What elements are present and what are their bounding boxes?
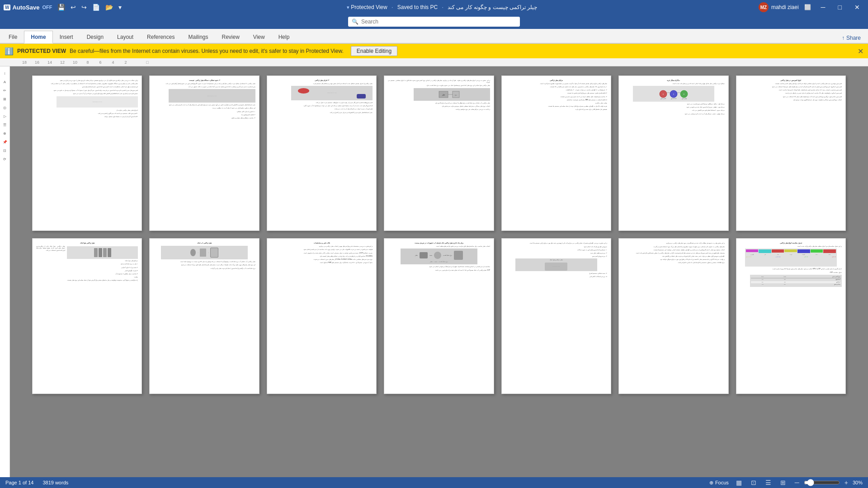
app-logo: W AutoSave OFF: [4, 4, 52, 11]
page-thumbnail-10[interactable]: نکات فنی و مشخصات در این بخش به بررسی مش…: [267, 238, 377, 394]
protected-message: Be careful—files from the Internet can c…: [70, 48, 344, 54]
save-button[interactable]: 💾: [56, 3, 67, 12]
page-content-4: در این بخش به بررسی انواع چیلرهای تراکمی…: [388, 80, 490, 227]
svg-text:کمپرسور: کمپرسور: [660, 98, 666, 99]
document-title: چیلر تراکمی چیست و چگونه کار می کند · Pr…: [345, 4, 538, 10]
user-info: MZ mahdi ziaei: [759, 2, 799, 12]
focus-view-button[interactable]: ⊞: [778, 478, 788, 487]
toolbar-item[interactable]: ⊡: [2, 147, 8, 154]
toolbar-item[interactable]: ✏: [2, 87, 8, 94]
main-area: ↕ A ✏ ⊞ ◎ ▷ ☰ ⊕ 📌 ⊡ ⟳ در این مقاله به بر…: [0, 66, 868, 477]
minimize-button[interactable]: ─: [816, 2, 830, 13]
diagram-svg: چیلر برج: [438, 89, 465, 99]
page-content-7: انواع کمپرسور در چیلر تراکمی کمپرسور مهم…: [740, 80, 842, 227]
tab-references[interactable]: References: [140, 31, 181, 43]
toolbar-item[interactable]: ⊕: [2, 130, 8, 137]
tab-review[interactable]: Review: [215, 31, 246, 43]
protected-label: PROTECTED VIEW: [17, 48, 66, 54]
page-thumbnail-8[interactable]: چیلر تراکمی هوا خنک چیلر تراکمی هوا خنک …: [32, 238, 142, 394]
tab-help[interactable]: Help: [272, 31, 297, 43]
toolbar-item[interactable]: ⟳: [2, 156, 8, 163]
ruler-mark: 18: [18, 60, 31, 65]
tab-layout[interactable]: Layout: [110, 31, 140, 43]
page-thumbnail-1[interactable]: در این مقاله به بررسی چیلر تراکمی و نحوه…: [32, 75, 142, 231]
page-thumbnail-12[interactable]: در این بخش به بررسی نگهداری و تعمیرات چی…: [501, 238, 611, 394]
title-bar-right: MZ mahdi ziaei ⬜ ─ □ ✕: [759, 2, 864, 13]
ribbon-display-button[interactable]: ⬜: [802, 3, 813, 11]
share-button[interactable]: ↑ Share: [838, 33, 864, 43]
share-label: Share: [846, 35, 861, 41]
toolbar-item[interactable]: ◎: [2, 104, 8, 111]
toolbar-item[interactable]: ⊞: [2, 96, 8, 103]
title-bar: W AutoSave OFF 💾 ↩ ↪ 📄 📂 ▾ چیلر تراکمی چ…: [0, 0, 868, 14]
toolbar-item[interactable]: 📌: [1, 139, 9, 145]
search-container: 🔍: [348, 17, 520, 27]
page-thumbnail-2[interactable]: ۲. نحوه عملکرد دستگاه چیلر تراکمی · چیست…: [149, 75, 259, 231]
page-content-5: مزایای چیلر تراکمی چیلرهای تراکمی دارای …: [505, 80, 607, 227]
ruler-mark: 14: [43, 60, 56, 65]
page-thumbnail-14[interactable]: جدول مقایسه انواع چیلر تراکمی در این جدو…: [736, 238, 846, 394]
page-content-11: برای یک اداری چیلر تراکمی آبک باید پایه …: [388, 242, 490, 389]
svg-text:K: K: [663, 94, 664, 95]
maximize-button[interactable]: □: [834, 2, 846, 13]
word-count: 3819 words: [42, 480, 68, 485]
search-input[interactable]: [361, 19, 516, 25]
tab-mailings[interactable]: Mailings: [181, 31, 215, 43]
document-area[interactable]: در این مقاله به بررسی چیلر تراکمی و نحوه…: [10, 66, 868, 477]
zoom-out-button[interactable]: ─: [793, 478, 801, 487]
watermark: www.makh-co.com: [327, 92, 337, 94]
user-avatar: MZ: [759, 2, 769, 12]
page-content-14: جدول مقایسه انواع چیلر تراکمی در این جدو…: [740, 242, 842, 389]
status-bar: Page 1 of 14 3819 words ⊕ Focus ▦ ⊡ ☰ ⊞ …: [0, 477, 868, 488]
zoom-slider[interactable]: [804, 479, 840, 486]
new-document-button[interactable]: 📄: [90, 3, 102, 12]
page-content-3: ۳. اجزای چیلر تراکمی چیلر تراکمی از اجزا…: [271, 80, 373, 227]
ruler-mark: 8: [81, 60, 94, 65]
close-button[interactable]: ✕: [850, 2, 864, 13]
toolbar-item[interactable]: A: [2, 79, 7, 85]
ruler-mark: 4: [107, 60, 119, 65]
tab-view[interactable]: View: [246, 31, 272, 43]
page-content-2: ۲. نحوه عملکرد دستگاه چیلر تراکمی · چیست…: [153, 80, 255, 227]
page-thumbnail-13[interactable]: در این بخش نهایی به جمع بندی مطالب ارائه…: [618, 238, 728, 394]
toolbar-item[interactable]: ☰: [2, 122, 8, 128]
watermark: www.makh-co.com: [208, 95, 217, 97]
ruler-mark: 2: [119, 60, 132, 65]
focus-label: Focus: [715, 480, 729, 485]
page-content-12: در این بخش به بررسی نگهداری و تعمیرات چی…: [505, 242, 607, 389]
read-mode-button[interactable]: ☰: [764, 478, 773, 487]
zoom-in-button[interactable]: +: [843, 478, 850, 487]
page-thumbnail-5[interactable]: مزایای چیلر تراکمی چیلرهای تراکمی دارای …: [501, 75, 611, 231]
open-button[interactable]: 📂: [104, 3, 115, 12]
customize-qa-button[interactable]: ▾: [117, 3, 123, 12]
page-thumbnail-3[interactable]: ۳. اجزای چیلر تراکمی چیلر تراکمی از اجزا…: [267, 75, 377, 231]
toolbar-item[interactable]: ▷: [2, 113, 8, 120]
page-thumbnail-9[interactable]: چیلر تراکمی آب خنک → → چیلر تراکمی آب خن…: [149, 238, 259, 394]
svg-text:چیلر: چیلر: [442, 94, 445, 96]
enable-editing-button[interactable]: Enable Editing: [351, 46, 397, 56]
protected-view-bar: ℹ️ PROTECTED VIEW Be careful—files from …: [0, 44, 868, 58]
page-thumbnail-11[interactable]: برای یک اداری چیلر تراکمی آبک باید پایه …: [384, 238, 494, 394]
page-thumbnail-4[interactable]: در این بخش به بررسی انواع چیلرهای تراکمی…: [384, 75, 494, 231]
protected-icon: ℹ️: [5, 47, 14, 56]
page-thumbnail-6[interactable]: دیاگرام سیکل تبرید سیکل تبرید تراکمی بخا…: [618, 75, 728, 231]
status-right: ⊕ Focus ▦ ⊡ ☰ ⊞ ─ + 30%: [709, 478, 863, 487]
redo-button[interactable]: ↪: [80, 3, 89, 12]
tab-file[interactable]: File: [2, 31, 24, 43]
page-content-13: در این بخش نهایی به جمع بندی مطالب ارائه…: [623, 242, 724, 389]
toolbar-item[interactable]: ↕: [3, 70, 7, 77]
print-layout-view-button[interactable]: ▦: [734, 478, 744, 487]
share-icon: ↑: [842, 35, 844, 41]
tab-design[interactable]: Design: [80, 31, 110, 43]
tab-insert[interactable]: Insert: [53, 31, 80, 43]
zoom-level: 30%: [853, 480, 863, 485]
web-layout-view-button[interactable]: ⊡: [749, 478, 758, 487]
focus-mode[interactable]: ⊕ Focus: [709, 480, 729, 486]
undo-button[interactable]: ↩: [69, 3, 78, 12]
search-icon: 🔍: [352, 19, 359, 25]
ruler-mark-end: □: [141, 60, 154, 65]
close-protected-bar-button[interactable]: ✕: [858, 47, 863, 56]
page-thumbnail-7[interactable]: انواع کمپرسور در چیلر تراکمی کمپرسور مهم…: [736, 75, 846, 231]
tab-home[interactable]: Home: [24, 31, 52, 43]
ruler-mark: 12: [56, 60, 69, 65]
